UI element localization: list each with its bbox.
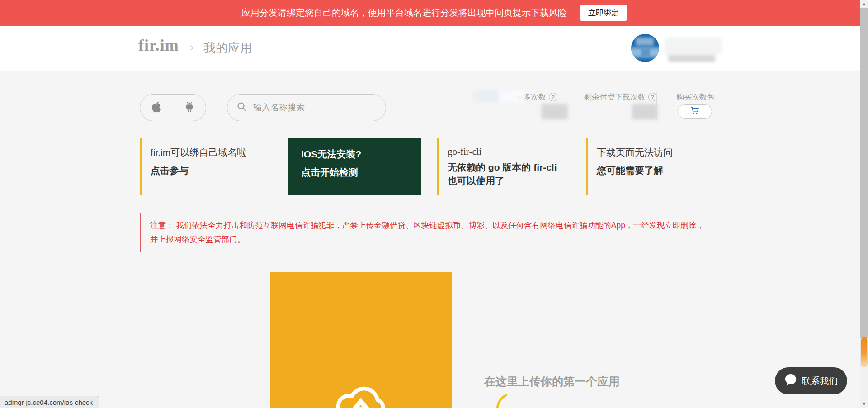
contact-us-button[interactable]: 联系我们 (775, 367, 847, 394)
filter-ios-button[interactable] (140, 95, 173, 121)
domain-warning-banner: 应用分发请绑定您自己的域名，使用平台域名进行分发将出现中间页提示下载风险 立即绑… (0, 0, 868, 26)
promo-title: fir.im可以绑自己域名啦 (151, 146, 269, 159)
buy-pack-button[interactable] (678, 104, 712, 119)
banner-message: 应用分发请绑定您自己的域名，使用平台域名进行分发将出现中间页提示下载风险 (241, 7, 567, 19)
promo-subtitle: 无依赖的 go 版本的 fir-cli 也可以使用了 (448, 161, 566, 188)
cloud-upload-icon (329, 373, 392, 408)
promo-title: go-fir-cli (448, 146, 573, 157)
search-input[interactable] (253, 103, 377, 113)
promo-card-ios-check[interactable]: iOS无法安装? 点击开始检测 (288, 138, 421, 195)
avatar-blur-patch (641, 48, 650, 57)
help-icon[interactable]: ? (549, 93, 557, 101)
chat-bubble-icon (784, 374, 797, 388)
promo-subtitle: 点击开始检测 (301, 166, 421, 179)
promo-title: iOS无法安装? (301, 148, 421, 161)
user-subtext-redacted (668, 55, 715, 62)
stats-divider (656, 92, 657, 120)
help-icon[interactable]: ? (648, 93, 657, 101)
search-icon (236, 101, 247, 114)
upload-hint-text: 在这里上传你的第一个应用 (484, 374, 620, 389)
promo-subtitle: 您可能需要了解 (597, 164, 699, 177)
platform-filter (140, 94, 206, 121)
promo-card-download-page[interactable]: 下载页面无法访问 您可能需要了解 (586, 138, 699, 195)
upload-dropzone[interactable] (270, 272, 452, 408)
stat-label-redacted-patch (499, 90, 525, 103)
header: fir.im › 我的应用 (0, 26, 868, 71)
scrollbar-thumb[interactable] (860, 8, 868, 338)
stat-value-redacted (632, 104, 657, 119)
promo-card-go-fir-cli[interactable]: go-fir-cli 无依赖的 go 版本的 fir-cli 也可以使用了 (437, 138, 573, 195)
avatar-blur-patch (636, 38, 654, 46)
firim-logo[interactable]: fir.im (138, 36, 179, 55)
link-preview-statusbar: admqr-jc.ce04.com/ios-check (0, 396, 99, 408)
scrollbar-orange-marker (861, 337, 867, 366)
stat-paid-downloads-label: 剩余付费下载次数 ? (584, 92, 657, 102)
warning-text: 注意： 我们依法全力打击和防范互联网电信诈骗犯罪，严禁上传金融借贷、区块链虚拟币… (150, 221, 704, 244)
scroll-up-arrow[interactable]: ▲ (860, 0, 868, 8)
stat-value-redacted (542, 104, 568, 119)
hint-curved-arrow-icon (491, 394, 510, 408)
promo-subtitle: 点击参与 (151, 164, 269, 177)
promo-title: 下载页面无法访问 (597, 146, 699, 159)
filter-android-button[interactable] (173, 95, 206, 121)
breadcrumb-chevron-icon: › (190, 40, 194, 54)
promo-card-bind-domain[interactable]: fir.im可以绑自己域名啦 点击参与 (140, 138, 269, 195)
vertical-scrollbar[interactable]: ▲ ▼ (860, 0, 868, 408)
username-redacted (665, 38, 722, 55)
android-icon (184, 101, 195, 115)
apple-icon (151, 101, 161, 114)
contact-us-label: 联系我们 (802, 375, 838, 387)
anti-fraud-warning: 注意： 我们依法全力打击和防范互联网电信诈骗犯罪，严禁上传金融借贷、区块链虚拟币… (140, 213, 719, 252)
search-box (227, 94, 386, 121)
scroll-down-arrow[interactable]: ▼ (860, 400, 868, 408)
buy-pack-label: 购买次数包 (676, 92, 715, 102)
stats-divider (566, 92, 566, 120)
fir-im-my-apps-page: 应用分发请绑定您自己的域名，使用平台域名进行分发将出现中间页提示下载风险 立即绑… (0, 0, 868, 408)
bind-domain-button[interactable]: 立即绑定 (580, 5, 627, 21)
cart-icon (690, 106, 700, 117)
avatar[interactable] (631, 34, 659, 62)
link-preview-url: admqr-jc.ce04.com/ios-check (5, 399, 93, 406)
breadcrumb-my-apps: 我的应用 (203, 40, 252, 56)
